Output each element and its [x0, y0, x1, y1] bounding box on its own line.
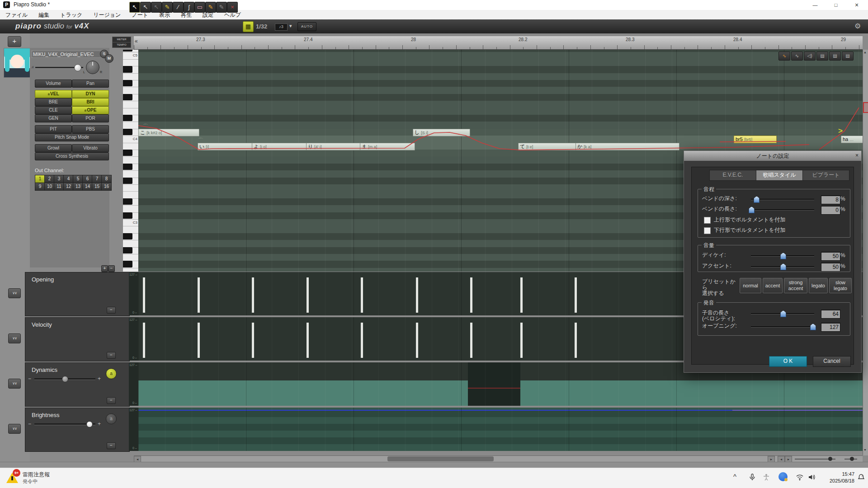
lane-slider-minus[interactable]: −: [28, 421, 31, 427]
opening-value[interactable]: 127: [821, 323, 840, 332]
lane-slider-plus[interactable]: +: [98, 375, 101, 382]
auto-button[interactable]: AUTO: [297, 22, 316, 31]
scroll-up-icon[interactable]: ▲: [863, 51, 867, 54]
out-channel-10[interactable]: 10: [44, 183, 55, 191]
note-1[interactable]: い[i]: [198, 143, 254, 150]
track-pan-button[interactable]: Pan: [72, 80, 109, 88]
lane-minimize-button[interactable]: −: [107, 397, 116, 404]
black-key[interactable]: [123, 233, 132, 239]
out-channel-15[interactable]: 15: [92, 183, 102, 191]
lane-auto-button[interactable]: a: [106, 368, 117, 379]
curve-tool[interactable]: ʃ: [184, 2, 194, 13]
pencil-disabled-tool[interactable]: ✎: [216, 2, 227, 13]
preset-4-button[interactable]: slow legato: [829, 278, 852, 293]
preset-3-button[interactable]: legato: [809, 278, 828, 293]
out-channel-3[interactable]: 3: [54, 175, 64, 183]
param-gen-button[interactable]: GEN: [35, 114, 72, 122]
minimize-button[interactable]: —: [807, 0, 823, 10]
black-key[interactable]: [123, 50, 132, 52]
param-por-button[interactable]: POR: [72, 114, 109, 122]
pitch-pbs-button[interactable]: PBS: [72, 125, 109, 133]
pencil-tool[interactable]: ✎: [162, 2, 173, 13]
add-lane-button[interactable]: +: [101, 265, 108, 272]
maximize-button[interactable]: □: [828, 0, 844, 10]
scroll-position-marker[interactable]: [863, 102, 868, 113]
lane-slider-plus[interactable]: +: [98, 421, 101, 427]
pointer-tool[interactable]: ↖: [129, 2, 140, 13]
pitch-wave-icon[interactable]: ∿: [791, 52, 803, 61]
tab-0[interactable]: E.V.E.C.: [709, 170, 756, 181]
param-dyn-button[interactable]: DYN: [72, 90, 109, 98]
page-copy-icon[interactable]: ▤: [816, 52, 828, 61]
black-key[interactable]: [123, 247, 132, 253]
wifi-icon[interactable]: [796, 473, 804, 481]
speaker-icon[interactable]: ◁): [804, 52, 816, 61]
dialog-close-icon[interactable]: ×: [855, 152, 859, 159]
lane-minimize-button[interactable]: −: [107, 442, 116, 449]
tray-clock[interactable]: 15:472025/08/18: [826, 471, 854, 484]
decay-value[interactable]: 50: [821, 252, 840, 261]
portamento-checkbox-1[interactable]: [704, 227, 711, 234]
zoom-slider-knob[interactable]: [828, 457, 832, 461]
param-bre-button[interactable]: BRE: [35, 98, 72, 106]
out-channel-6[interactable]: 6: [82, 175, 93, 183]
pitch-snap-mode-button[interactable]: Pitch Snap Mode: [35, 133, 109, 141]
track-volume-button[interactable]: Volume: [35, 80, 72, 88]
black-key[interactable]: [123, 198, 132, 205]
tray-app-icon[interactable]: [778, 472, 788, 481]
note-6[interactable]: て[t e]: [518, 143, 578, 150]
remove-lane-button[interactable]: −: [108, 265, 115, 272]
opening-slider-track[interactable]: [751, 326, 814, 328]
volume-slider-knob[interactable]: [74, 64, 81, 71]
add-track-button[interactable]: +: [8, 36, 21, 47]
lane-auto-button[interactable]: a: [106, 413, 117, 424]
pitch-pit-button[interactable]: PIT: [35, 125, 72, 133]
lane-collapse-toggle-1[interactable]: ∨∨: [8, 333, 21, 343]
pitch-wave-draw-icon[interactable]: ∿: [778, 52, 790, 61]
black-key[interactable]: [123, 178, 132, 184]
tab-2[interactable]: ビブラート: [802, 170, 849, 181]
menu-1[interactable]: 編集: [33, 10, 55, 20]
note-2[interactable]: よ[j o]: [252, 143, 308, 150]
preset-1-button[interactable]: accent: [763, 278, 783, 293]
out-channel-5[interactable]: 5: [73, 175, 83, 183]
out-channel-14[interactable]: 14: [82, 183, 93, 191]
weather-headline[interactable]: 雷雨注意報: [23, 471, 50, 479]
preset-0-button[interactable]: normal: [740, 278, 761, 293]
lane-collapse-toggle-2[interactable]: ∨∨: [8, 379, 21, 389]
miku-avatar[interactable]: [4, 48, 31, 78]
bend-depth-value[interactable]: 8: [821, 195, 840, 204]
cancel-button[interactable]: Cancel: [813, 356, 851, 367]
black-key[interactable]: [123, 129, 132, 135]
black-key[interactable]: [123, 115, 132, 121]
lane-slider-knob[interactable]: [62, 376, 68, 382]
out-channel-9[interactable]: 9: [35, 183, 45, 191]
note-7[interactable]: か[k a]: [576, 143, 679, 150]
bend-depth-slider-track[interactable]: [751, 199, 814, 200]
collapse-ruler-button[interactable]: «: [135, 38, 138, 44]
vzoom-slider-knob[interactable]: [850, 457, 854, 461]
param-ope-button[interactable]: ılıOPE: [72, 106, 109, 114]
portamento-checkbox-0[interactable]: [704, 217, 711, 224]
menu-2[interactable]: トラック: [55, 10, 88, 20]
lane-content-brightness[interactable]: [138, 408, 863, 451]
pointer-note-tool[interactable]: ↖: [140, 2, 151, 13]
note-8[interactable]: br5[br5]: [734, 136, 777, 143]
black-key[interactable]: [123, 212, 132, 219]
note-9[interactable]: ha…: [841, 136, 863, 143]
lane-minimize-button[interactable]: −: [107, 352, 116, 359]
tray-chevron-icon[interactable]: ^: [733, 473, 736, 480]
black-key[interactable]: [123, 164, 132, 170]
timeline-ruler[interactable]: « 27.327.42828.228.328.429: [134, 36, 863, 50]
note-4[interactable]: ま[m a]: [360, 143, 415, 150]
bend-length-slider-track[interactable]: [751, 209, 814, 211]
speaker-icon[interactable]: [807, 473, 816, 481]
notification-bell-icon[interactable]: z: [857, 473, 865, 481]
out-channel-12[interactable]: 12: [63, 183, 74, 191]
pan-knob[interactable]: [86, 61, 99, 74]
black-key[interactable]: [123, 94, 132, 100]
horizontal-scrollbar[interactable]: ◂ ▸ ◂ ▸: [134, 455, 863, 462]
out-channel-13[interactable]: 13: [73, 183, 83, 191]
mute-button[interactable]: M: [105, 54, 113, 63]
note-value-box[interactable]: ♪3: [275, 23, 288, 31]
